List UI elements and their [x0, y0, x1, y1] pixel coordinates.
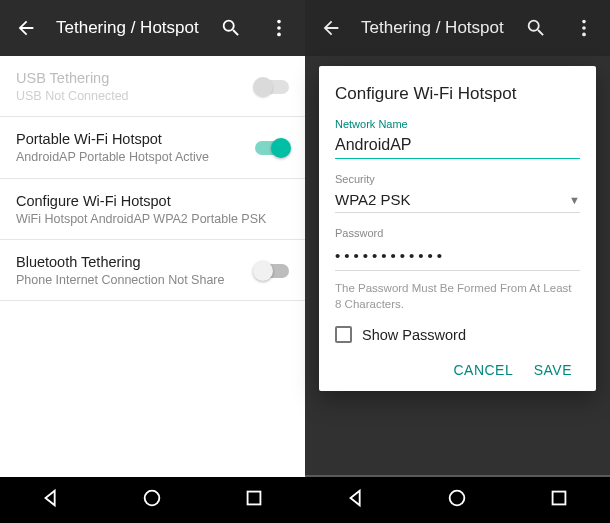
nav-back-icon[interactable] [345, 487, 367, 513]
setting-title: Configure Wi-Fi Hotspot [16, 193, 289, 209]
dialog-title: Configure Wi-Fi Hotspot [335, 84, 580, 104]
nav-bar [305, 477, 610, 523]
switch-bluetooth[interactable] [255, 264, 289, 278]
phone-left: Tethering / Hotspot P… USB Tethering USB… [0, 0, 305, 523]
search-icon[interactable] [213, 10, 249, 46]
setting-title: USB Tethering [16, 70, 243, 86]
show-password-label: Show Password [362, 327, 466, 343]
settings-list: USB Tethering USB Not Connected Portable… [0, 56, 305, 477]
svg-point-3 [145, 491, 160, 506]
appbar: Tethering / Hotspot P… [0, 0, 305, 56]
nav-recent-icon[interactable] [548, 487, 570, 513]
security-value: WPA2 PSK [335, 191, 411, 208]
svg-point-1 [277, 26, 281, 30]
cancel-button[interactable]: CANCEL [445, 356, 521, 384]
appbar-title: Tethering / Hotspot P… [361, 18, 506, 38]
setting-title: Portable Wi-Fi Hotspot [16, 131, 243, 147]
security-label: Security [335, 173, 580, 185]
overflow-icon[interactable] [566, 10, 602, 46]
nav-recent-icon[interactable] [243, 487, 265, 513]
row-bluetooth-tethering[interactable]: Bluetooth Tethering Phone Internet Conne… [0, 240, 305, 301]
setting-sub: Phone Internet Connection Not Share [16, 272, 243, 288]
setting-sub: USB Not Connected [16, 88, 243, 104]
back-icon[interactable] [8, 10, 44, 46]
overflow-icon[interactable] [261, 10, 297, 46]
save-button[interactable]: SAVE [526, 356, 580, 384]
setting-sub: AndroidAP Portable Hotspot Active [16, 149, 243, 165]
nav-bar [0, 477, 305, 523]
network-name-label: Network Name [335, 118, 580, 130]
nav-home-icon[interactable] [446, 487, 468, 513]
password-hint: The Password Must Be Formed From At Leas… [335, 281, 580, 312]
svg-rect-4 [248, 492, 261, 505]
back-icon[interactable] [313, 10, 349, 46]
switch-wifi-hotspot[interactable] [255, 141, 289, 155]
row-configure-hotspot[interactable]: Configure Wi-Fi Hotspot WiFi Hotspot And… [0, 179, 305, 240]
configure-hotspot-dialog: Configure Wi-Fi Hotspot Network Name Sec… [319, 66, 596, 391]
svg-point-7 [582, 33, 586, 37]
password-input[interactable] [335, 241, 580, 271]
chevron-down-icon: ▼ [569, 194, 580, 206]
phone-right: Tethering / Hotspot P… H C T C Configure… [305, 0, 610, 523]
password-label: Password [335, 227, 580, 239]
svg-rect-9 [553, 492, 566, 505]
setting-sub: WiFi Hotspot AndroidAP WPA2 Portable PSK [16, 211, 289, 227]
appbar-title: Tethering / Hotspot P… [56, 18, 201, 38]
svg-point-0 [277, 20, 281, 24]
network-name-input[interactable] [335, 132, 580, 159]
row-usb-tethering: USB Tethering USB Not Connected [0, 56, 305, 117]
nav-home-icon[interactable] [141, 487, 163, 513]
svg-point-8 [450, 491, 465, 506]
nav-back-icon[interactable] [40, 487, 62, 513]
setting-title: Bluetooth Tethering [16, 254, 243, 270]
dialog-actions: CANCEL SAVE [335, 361, 580, 379]
appbar: Tethering / Hotspot P… [305, 0, 610, 56]
row-wifi-hotspot[interactable]: Portable Wi-Fi Hotspot AndroidAP Portabl… [0, 117, 305, 178]
svg-point-5 [582, 20, 586, 24]
show-password-checkbox[interactable] [335, 326, 352, 343]
svg-point-6 [582, 26, 586, 30]
switch-usb [255, 80, 289, 94]
show-password-row[interactable]: Show Password [335, 326, 580, 343]
svg-point-2 [277, 33, 281, 37]
search-icon[interactable] [518, 10, 554, 46]
security-select[interactable]: WPA2 PSK ▼ [335, 187, 580, 213]
